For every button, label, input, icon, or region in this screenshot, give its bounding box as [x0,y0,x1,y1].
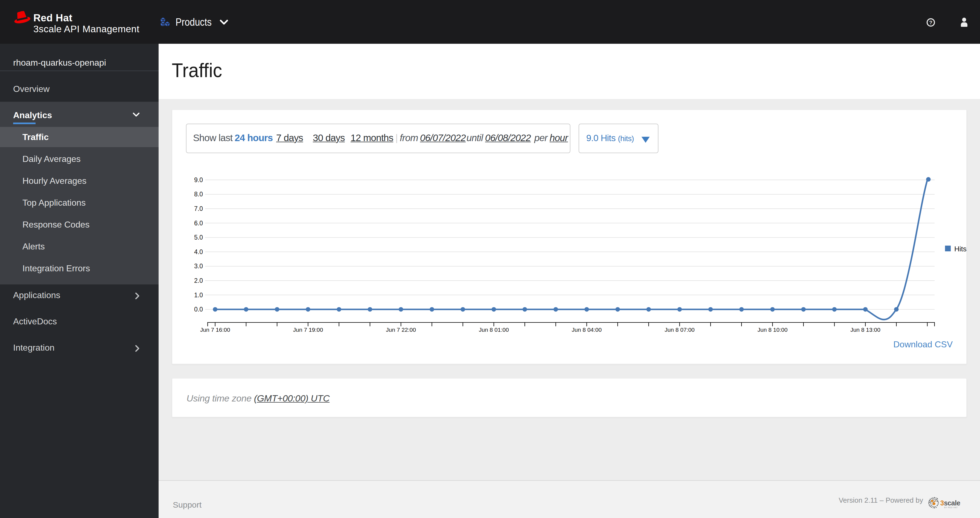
svg-text:4.0: 4.0 [194,248,203,255]
svg-text:Jun 8 10:00: Jun 8 10:00 [757,327,788,333]
svg-text:?: ? [929,20,932,26]
svg-text:2.0: 2.0 [194,277,203,284]
svg-text:Jun 8 04:00: Jun 8 04:00 [572,327,602,333]
svg-text:9.0: 9.0 [194,176,203,183]
svg-text:3.0: 3.0 [194,263,203,270]
svg-text:0.0: 0.0 [194,306,203,313]
svg-text:3: 3 [940,499,944,507]
svg-text:Jun 8 07:00: Jun 8 07:00 [665,327,695,333]
svg-text:Jun 7 16:00: Jun 7 16:00 [200,327,230,333]
svg-text:Jun 7 19:00: Jun 7 19:00 [293,327,323,333]
svg-text:Jun 8 01:00: Jun 8 01:00 [479,327,509,333]
svg-text:BY RED HAT: BY RED HAT [944,506,958,508]
svg-text:6.0: 6.0 [194,220,203,227]
svg-text:Jun 7 22:00: Jun 7 22:00 [386,327,416,333]
svg-text:1.0: 1.0 [194,292,203,299]
svg-text:7.0: 7.0 [194,205,203,212]
svg-text:Jun 8 13:00: Jun 8 13:00 [850,327,880,333]
svg-text:scale: scale [944,499,960,507]
svg-text:5.0: 5.0 [194,234,203,241]
svg-text:8.0: 8.0 [194,191,203,198]
svg-text:Hits: Hits [954,245,967,253]
